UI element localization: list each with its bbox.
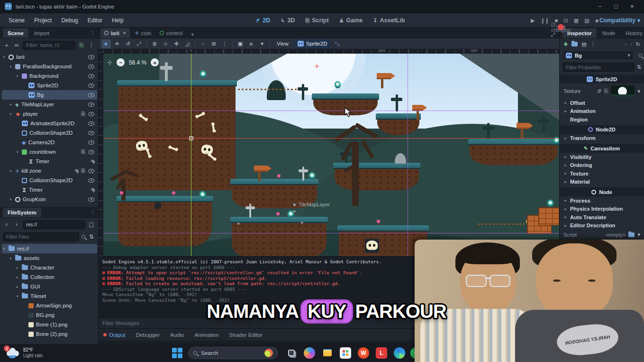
- maximize-button[interactable]: ▢: [609, 1, 623, 12]
- tree-node-bg-selected[interactable]: Bg: [2, 90, 97, 100]
- close-button[interactable]: ✕: [625, 1, 639, 12]
- resource-menu-icon[interactable]: ⋮: [590, 41, 596, 47]
- save-resource-icon[interactable]: ▤: [581, 41, 586, 47]
- tree-node-player[interactable]: ▾☻player⎘: [2, 109, 97, 119]
- load-script-icon[interactable]: [628, 232, 635, 237]
- visibility-eye-icon[interactable]: [88, 112, 94, 116]
- visibility-eye-icon[interactable]: [88, 102, 94, 107]
- new-scene-tab-button[interactable]: +: [187, 31, 198, 38]
- play-button[interactable]: ▶: [531, 18, 535, 24]
- snap-options-menu-icon[interactable]: ⋮: [220, 39, 229, 48]
- tilemaplayer-label[interactable]: ◆TileMapLayer: [293, 202, 330, 207]
- visibility-eye-icon[interactable]: [88, 197, 94, 202]
- list-select-tool[interactable]: ≣: [150, 39, 159, 48]
- tab-3d[interactable]: ↳3D: [281, 17, 295, 24]
- select-tool[interactable]: ➤: [101, 39, 111, 48]
- tree-node-tilemaplayer[interactable]: ▾◈TileMapLayer: [2, 100, 97, 109]
- tab-2d[interactable]: ↱2D: [256, 17, 270, 24]
- tab-shader-editor[interactable]: Shader Editor: [229, 332, 263, 338]
- smart-snap-toggle[interactable]: ⁘: [198, 39, 208, 48]
- group-offset[interactable]: ▸Offset: [560, 99, 644, 107]
- tab-audio[interactable]: Audio: [170, 332, 184, 338]
- visibility-eye-icon[interactable]: [88, 55, 94, 59]
- tree-node-killzone[interactable]: ▾✛kill zone))⎘: [2, 166, 97, 176]
- tree-node-collisionshape2d-2[interactable]: CollisionShape2D: [2, 176, 97, 185]
- scene-tab-control[interactable]: control: [156, 28, 187, 38]
- menu-project[interactable]: Project: [30, 15, 55, 26]
- copilot-button[interactable]: [304, 347, 315, 359]
- visibility-eye-icon[interactable]: [88, 65, 94, 69]
- pivot-tool[interactable]: ⊹: [161, 39, 170, 48]
- grid-snap-toggle[interactable]: ⊞: [209, 39, 218, 48]
- origin-handle[interactable]: [189, 136, 193, 140]
- center-view-icon[interactable]: ⊹: [107, 59, 112, 66]
- tab-game[interactable]: ♟Game: [339, 17, 363, 24]
- group-ordering[interactable]: ▸Ordering: [560, 161, 644, 170]
- group-transform[interactable]: ▸Transform(2 changes): [560, 134, 644, 143]
- property-texture[interactable]: Texture ↺ ⎘ ▾: [560, 84, 644, 99]
- tree-node-background[interactable]: ▾Background: [2, 71, 97, 81]
- ms-store-button[interactable]: [340, 347, 351, 359]
- pan-tool[interactable]: ✜: [172, 39, 181, 48]
- zoom-out-button[interactable]: −: [117, 58, 125, 66]
- visibility-eye-icon[interactable]: [88, 140, 94, 145]
- group-editor-description[interactable]: ▸Editor Description: [560, 222, 644, 230]
- rotate-tool[interactable]: ↺: [123, 39, 133, 48]
- dock-menu-icon[interactable]: ⋮: [87, 30, 98, 37]
- ldplayer-button[interactable]: L: [376, 347, 387, 359]
- fs-item-arrowsign[interactable]: ArrowSign.png: [2, 301, 97, 310]
- property-script[interactable]: Script <empty> ▾: [560, 230, 644, 240]
- fs-item-res[interactable]: ▾res://: [2, 244, 97, 253]
- fs-item-gui[interactable]: ▸GUI: [2, 282, 97, 291]
- path-field[interactable]: [23, 220, 85, 229]
- fs-item-assets[interactable]: ▾assets: [2, 253, 97, 263]
- texture-preview[interactable]: [611, 85, 635, 97]
- visibility-eye-icon[interactable]: [88, 121, 94, 126]
- dock-menu-icon[interactable]: ⋮: [87, 210, 98, 216]
- group-texture[interactable]: ▸Texture: [560, 169, 644, 178]
- history-forward-icon[interactable]: ›: [630, 41, 632, 47]
- property-filter-input[interactable]: [562, 63, 635, 72]
- start-button[interactable]: [172, 348, 182, 358]
- wps-office-button[interactable]: W: [358, 347, 369, 359]
- tree-node-collisionshape2d[interactable]: CollisionShape2D: [2, 128, 97, 138]
- tree-node-grupkoin[interactable]: ▾GrupKoin: [2, 195, 97, 204]
- tab-output[interactable]: Output: [103, 332, 126, 338]
- category-sprite2d[interactable]: Sprite2D: [560, 74, 644, 84]
- search-input[interactable]: Search: [188, 347, 278, 359]
- tree-node-sprite2d[interactable]: Sprite2D: [2, 81, 97, 90]
- tree-node-timer[interactable]: ⋈Timer)): [2, 157, 97, 166]
- fs-item-bone1[interactable]: Bone (1).png: [2, 320, 97, 329]
- tree-node-parallaxbackground[interactable]: ▾ParallaxBackground: [2, 62, 97, 71]
- file-filter-input[interactable]: [3, 232, 79, 241]
- visibility-eye-icon[interactable]: [88, 150, 94, 154]
- signal-icon[interactable]: )): [74, 168, 80, 173]
- menu-editor[interactable]: Editor: [84, 15, 106, 26]
- tab-history[interactable]: History: [621, 28, 644, 38]
- script-icon[interactable]: ⎘: [81, 111, 85, 117]
- tab-assetlib[interactable]: ↧AssetLib: [373, 17, 405, 24]
- weather-widget[interactable]: 5 82°FLight rain: [0, 347, 43, 359]
- forward-icon[interactable]: ›: [13, 221, 20, 228]
- category-canvasitem[interactable]: ✎CanvasItem: [560, 144, 644, 153]
- lock-icon[interactable]: ▣: [236, 39, 245, 48]
- revert-icon[interactable]: ↺: [597, 88, 601, 94]
- group-visibility[interactable]: ▸Visibility: [560, 153, 644, 161]
- close-tab-icon[interactable]: ✕: [123, 31, 127, 36]
- visibility-eye-icon[interactable]: [88, 178, 94, 183]
- visibility-eye-icon[interactable]: [88, 74, 94, 78]
- add-node-button[interactable]: ＋: [3, 41, 10, 49]
- fs-item-bone2[interactable]: Bone (2).png: [2, 329, 97, 339]
- instance-scene-button[interactable]: ∞: [13, 42, 20, 48]
- tab-script[interactable]: ⎘Script: [305, 17, 328, 24]
- search-help-icon[interactable]: [638, 54, 642, 57]
- history-icon[interactable]: ↻: [636, 41, 640, 47]
- canvas-2d[interactable]: ⊹ − 56.4 % ＋ ✛ ◆TileMapLayer + + +: [103, 54, 559, 256]
- tree-node-animatedsprite2d[interactable]: AnimatedSprite2D: [2, 119, 97, 128]
- movie-maker-button[interactable]: ◈: [595, 18, 599, 24]
- tree-node-camera2d[interactable]: ◉Camera2D: [2, 138, 97, 147]
- property-tools-icon[interactable]: ⇅: [637, 64, 641, 70]
- tab-import-dock[interactable]: Import: [29, 28, 54, 38]
- script-icon[interactable]: ⎘: [81, 149, 85, 155]
- group-material[interactable]: ▸Material: [560, 178, 644, 186]
